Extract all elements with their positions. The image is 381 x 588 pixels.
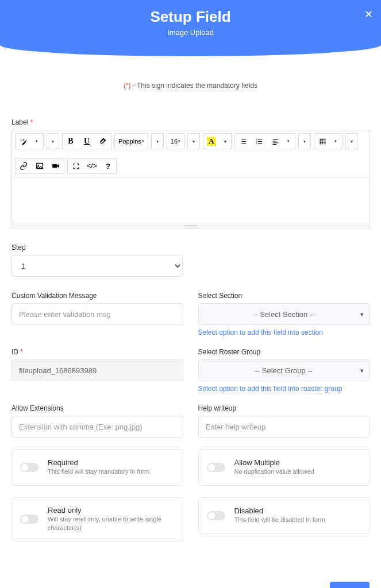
font-family-dropdown[interactable]: Poppins ▾ [115,134,148,149]
svg-point-1 [38,165,39,166]
font-color-caret[interactable]: ▾ [220,134,231,149]
label-field-label: Label * [11,118,370,126]
disabled-toggle[interactable] [207,511,225,520]
custom-validation-label: Custom Validation Message [11,292,183,300]
select-roster-dropdown[interactable]: -- Select Group -- [198,359,370,381]
ul-icon[interactable] [235,134,251,149]
required-desc: This field will stay mandatory in form [48,467,149,476]
help-icon[interactable]: ? [100,158,116,173]
dialog-subtitle: Image Upload [0,28,381,37]
allow-multiple-toggle-card: Allow Multiple No duplication value allo… [198,449,370,486]
align-icon[interactable] [267,134,283,149]
allow-multiple-toggle[interactable] [207,463,225,472]
table-icon[interactable] [314,134,330,149]
font-size-dropdown[interactable]: 16 ▾ [167,134,184,149]
style-dropdown-caret[interactable]: ▾ [47,134,59,149]
magic-dropdown[interactable]: ▾ [32,134,43,149]
dialog-header: Setup Field Image Upload ✕ [0,0,381,56]
readonly-toggle-card: Read only Will stay read only, unable to… [11,497,183,541]
underline-button[interactable]: U [79,134,95,149]
bold-button[interactable]: B [63,134,79,149]
editor-toolbar: ▾ ▾ B U Poppins ▾ ▾ 16 ▾ ▾ [12,130,369,177]
mandatory-hint: (*) - This sign indicates the mandatory … [11,82,370,90]
step-label: Step [11,243,183,252]
font-color-button[interactable]: A [203,134,220,149]
extra-caret[interactable]: ▾ [346,134,357,149]
custom-validation-input[interactable] [11,303,183,325]
select-section-helper: Select option to add this field into sec… [198,328,370,336]
id-input[interactable] [11,359,183,381]
required-label: Required [48,458,149,467]
required-toggle-card: Required This field will stay mandatory … [11,449,183,486]
required-toggle[interactable] [20,463,39,472]
id-label: ID * [11,348,183,356]
allow-multiple-label: Allow Multiple [234,458,314,467]
help-writeup-input[interactable] [198,416,370,438]
allow-multiple-desc: No duplication value allowed [234,467,314,476]
disabled-toggle-card: Disabled This field will be disabled in … [198,497,370,534]
close-icon[interactable]: ✕ [364,8,373,21]
fullscreen-icon[interactable] [68,158,84,173]
disabled-label: Disabled [234,506,325,515]
image-icon[interactable] [32,158,48,173]
readonly-toggle[interactable] [20,514,39,524]
ol-icon[interactable] [251,134,267,149]
rich-text-editor: ▾ ▾ B U Poppins ▾ ▾ 16 ▾ ▾ [11,130,370,229]
disabled-desc: This field will be disabled in form [234,516,325,524]
select-roster-helper: Select option to add this field into roa… [198,385,370,393]
mandatory-text: - This sign indicates the mandatory fiel… [131,82,258,90]
allow-extensions-input[interactable] [11,416,183,438]
readonly-desc: Will stay read only, unable to write sin… [48,515,175,533]
select-section-label: Select Section [198,292,370,300]
magic-wand-icon[interactable] [16,134,32,149]
help-writeup-label: Help writeup [198,404,370,412]
editor-body[interactable] [12,177,369,223]
save-button[interactable]: Save [330,582,370,588]
dialog-title: Setup Field [0,8,381,26]
mandatory-marker: (*) [124,82,131,90]
code-view-icon[interactable]: </> [84,158,100,173]
video-icon[interactable] [48,158,64,173]
allow-extensions-label: Allow Extensions [11,404,183,412]
font-size-caret[interactable]: ▾ [188,134,199,149]
step-select[interactable]: 1 [11,255,183,277]
svg-rect-2 [52,164,57,168]
link-icon[interactable] [16,158,32,173]
table-caret[interactable]: ▾ [330,134,342,149]
eraser-icon[interactable] [95,134,111,149]
font-family-caret[interactable]: ▾ [152,134,163,149]
select-roster-label: Select Roster Group [198,348,370,356]
select-section-dropdown[interactable]: -- Select Section -- [198,303,370,325]
resize-handle[interactable] [12,223,369,228]
align-caret[interactable]: ▾ [283,134,295,149]
readonly-label: Read only [48,506,175,514]
paragraph-caret[interactable]: ▾ [299,134,310,149]
